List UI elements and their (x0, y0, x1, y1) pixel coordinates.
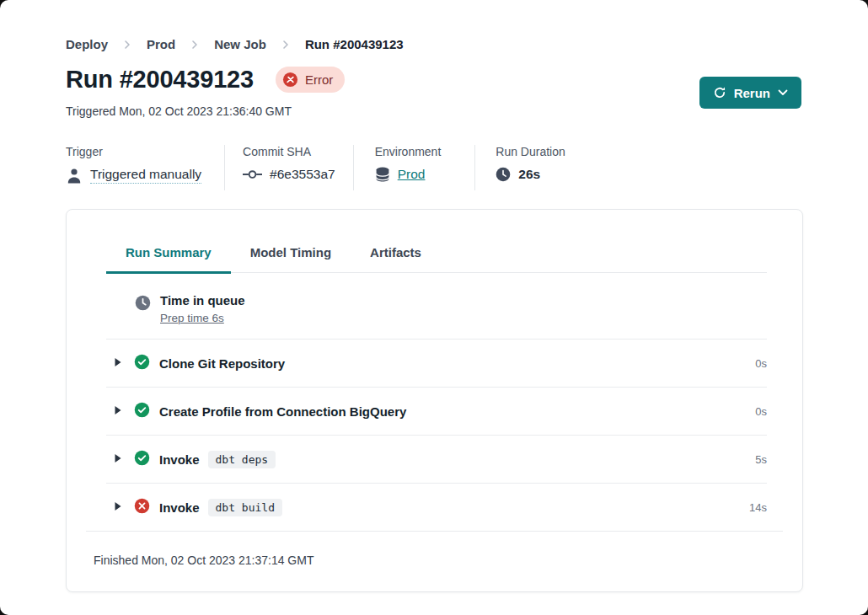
tab-bar: Run Summary Model Timing Artifacts (106, 233, 767, 273)
breadcrumb: Deploy Prod New Job Run #200439123 (66, 37, 404, 51)
command-chip: dbt deps (208, 451, 276, 468)
caret-right-icon[interactable] (114, 500, 122, 515)
meta-commit-label: Commit SHA (243, 145, 335, 158)
trigger-value[interactable]: Triggered manually (90, 167, 201, 184)
command-chip: dbt build (208, 499, 282, 516)
step-duration: 0s (755, 405, 767, 418)
error-icon (134, 498, 150, 517)
meta-duration-label: Run Duration (496, 145, 565, 158)
meta-commit: Commit SHA #6e3553a7 (224, 145, 353, 190)
run-detail-page: Deploy Prod New Job Run #200439123 Run #… (0, 0, 868, 615)
clock-icon (496, 167, 511, 182)
run-duration-value: 26s (518, 167, 540, 182)
page-title: Run #200439123 (66, 66, 254, 94)
refresh-icon (713, 86, 726, 99)
database-icon (375, 167, 390, 182)
triggered-timestamp: Triggered Mon, 02 Oct 2023 21:36:40 GMT (66, 104, 292, 118)
step-list: Time in queue Prep time 6s Clone Git Rep… (106, 273, 767, 531)
breadcrumb-deploy[interactable]: Deploy (66, 37, 108, 51)
step-title: Invoke (159, 500, 200, 515)
queue-clock-icon (135, 295, 151, 325)
queue-title: Time in queue (160, 293, 245, 308)
caret-right-icon[interactable] (114, 452, 122, 467)
error-circle-icon (282, 72, 298, 88)
tab-run-summary[interactable]: Run Summary (106, 233, 231, 274)
git-commit-icon (243, 169, 262, 179)
rerun-button[interactable]: Rerun (699, 77, 801, 109)
meta-duration: Run Duration 26s (474, 145, 565, 190)
status-badge: Error (276, 67, 345, 93)
step-title: Create Profile from Connection BigQuery (159, 404, 406, 419)
success-icon (134, 402, 150, 421)
commit-sha-value: #6e3553a7 (270, 167, 335, 182)
step-duration: 5s (755, 453, 767, 466)
meta-environment: Environment Prod (353, 145, 475, 190)
caret-right-icon[interactable] (114, 404, 122, 419)
step-duration: 14s (749, 501, 767, 514)
step-row-clone-git[interactable]: Clone Git Repository 0s (106, 340, 767, 388)
run-summary-card: Run Summary Model Timing Artifacts Time … (66, 209, 803, 592)
step-row-create-profile[interactable]: Create Profile from Connection BigQuery … (106, 388, 767, 436)
chevron-right-icon (281, 40, 291, 50)
breadcrumb-new-job[interactable]: New Job (214, 37, 266, 51)
chevron-down-icon (778, 89, 788, 96)
breadcrumb-current-run: Run #200439123 (305, 37, 404, 51)
prep-time-link[interactable]: Prep time 6s (160, 312, 224, 324)
rerun-button-label: Rerun (734, 86, 770, 100)
step-duration: 0s (755, 357, 767, 370)
chevron-right-icon (122, 40, 132, 50)
success-icon (134, 450, 150, 469)
meta-trigger-label: Trigger (66, 145, 201, 158)
tab-artifacts[interactable]: Artifacts (351, 233, 441, 274)
run-metadata: Trigger Triggered manually Commit SHA #6… (66, 145, 565, 190)
step-title: Invoke (159, 452, 200, 467)
title-row: Run #200439123 Error (66, 66, 345, 94)
meta-trigger: Trigger Triggered manually (66, 145, 224, 190)
chevron-right-icon (190, 40, 200, 50)
finished-timestamp: Finished Mon, 02 Oct 2023 21:37:14 GMT (86, 531, 783, 567)
status-badge-label: Error (305, 72, 333, 87)
success-icon (134, 354, 150, 373)
queue-row: Time in queue Prep time 6s (106, 273, 767, 340)
person-icon (66, 167, 83, 184)
step-title: Clone Git Repository (159, 356, 285, 371)
breadcrumb-prod[interactable]: Prod (147, 37, 175, 51)
caret-right-icon[interactable] (114, 356, 122, 371)
step-row-dbt-build[interactable]: Invoke dbt build 14s (106, 484, 767, 531)
step-row-dbt-deps[interactable]: Invoke dbt deps 5s (106, 436, 767, 484)
environment-link[interactable]: Prod (398, 167, 426, 182)
tab-model-timing[interactable]: Model Timing (231, 233, 351, 274)
meta-environment-label: Environment (375, 145, 442, 158)
